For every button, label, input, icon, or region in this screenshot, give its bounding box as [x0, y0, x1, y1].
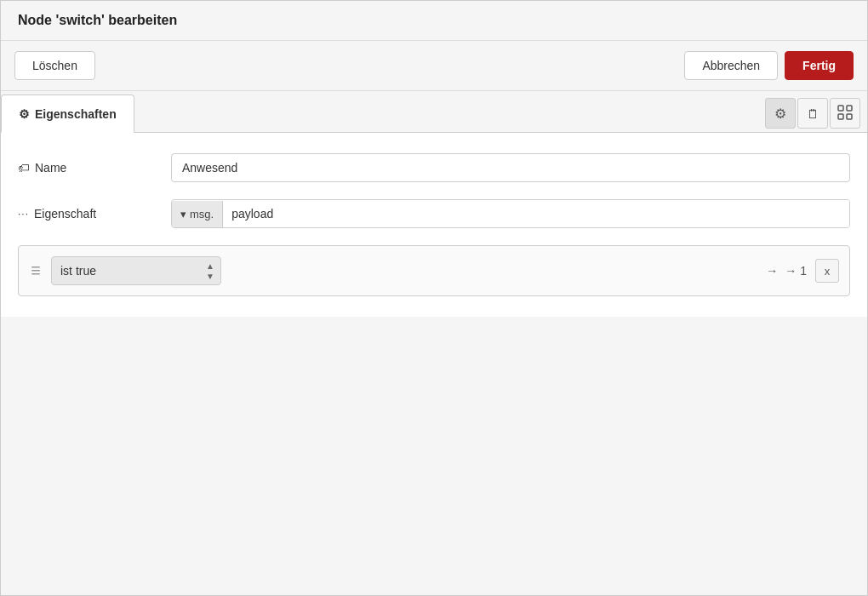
chevron-down-icon: ▾	[180, 208, 186, 221]
done-button[interactable]: Fertig	[785, 51, 854, 80]
tabs-container: ⚙ Eigenschaften ⚙ 🗒	[1, 91, 867, 133]
property-value-input[interactable]	[223, 200, 849, 227]
arrow-symbol: →	[766, 264, 778, 278]
svg-rect-3	[847, 114, 852, 119]
grid-icon-btn[interactable]	[830, 98, 860, 129]
property-input-group: ▾ msg.	[171, 199, 850, 228]
grid-icon	[837, 105, 853, 123]
panel-header: Node 'switch' bearbeiten	[1, 1, 867, 41]
delete-button[interactable]: Löschen	[14, 51, 95, 80]
name-label: 🏷 Name	[18, 161, 171, 175]
toolbar-right: Abbrechen Fertig	[684, 51, 854, 80]
name-tag-icon: 🏷	[18, 161, 30, 175]
panel-title: Node 'switch' bearbeiten	[18, 13, 850, 28]
property-dots-icon: ···	[18, 208, 29, 220]
cancel-button[interactable]: Abbrechen	[684, 51, 778, 80]
name-input[interactable]	[171, 153, 850, 182]
svg-rect-6	[31, 273, 40, 275]
svg-rect-2	[838, 114, 843, 119]
property-row: ··· Eigenschaft ▾ msg.	[18, 199, 850, 228]
gear-tab-icon: ⚙	[19, 107, 30, 121]
rule-output-arrow: → → 1	[766, 264, 807, 278]
rule-select[interactable]: ist true ist false ist null ist nicht nu…	[51, 256, 221, 285]
tab-list: ⚙ Eigenschaften	[1, 95, 136, 132]
doc-icon: 🗒	[807, 106, 819, 121]
name-label-text: Name	[35, 161, 66, 175]
property-prefix-text: msg.	[190, 208, 214, 221]
tab-icons-group: ⚙ 🗒	[758, 95, 867, 132]
rules-container: ist true ist false ist null ist nicht nu…	[18, 245, 850, 296]
toolbar: Löschen Abbrechen Fertig	[1, 41, 867, 91]
tab-eigenschaften[interactable]: ⚙ Eigenschaften	[1, 95, 134, 133]
svg-rect-0	[838, 106, 843, 111]
gear-icon-btn[interactable]: ⚙	[765, 98, 796, 129]
panel: Node 'switch' bearbeiten Löschen Abbrech…	[0, 0, 868, 596]
property-label: ··· Eigenschaft	[18, 207, 171, 221]
tab-eigenschaften-label: Eigenschaften	[35, 107, 117, 121]
name-row: 🏷 Name	[18, 153, 850, 182]
rule-delete-button[interactable]: x	[815, 259, 839, 283]
rule-row: ist true ist false ist null ist nicht nu…	[29, 256, 839, 285]
doc-icon-btn[interactable]: 🗒	[797, 98, 828, 129]
property-prefix-dropdown[interactable]: ▾ msg.	[172, 201, 223, 227]
drag-handle-icon[interactable]	[29, 264, 43, 278]
rule-select-wrapper: ist true ist false ist null ist nicht nu…	[51, 256, 221, 285]
gear-icon: ⚙	[774, 106, 786, 122]
svg-rect-1	[847, 106, 852, 111]
content-area: 🏷 Name ··· Eigenschaft ▾ msg.	[1, 133, 867, 317]
rule-output-number: → 1	[785, 264, 807, 278]
svg-rect-4	[31, 266, 40, 268]
svg-rect-5	[31, 270, 40, 272]
property-label-text: Eigenschaft	[34, 207, 96, 221]
